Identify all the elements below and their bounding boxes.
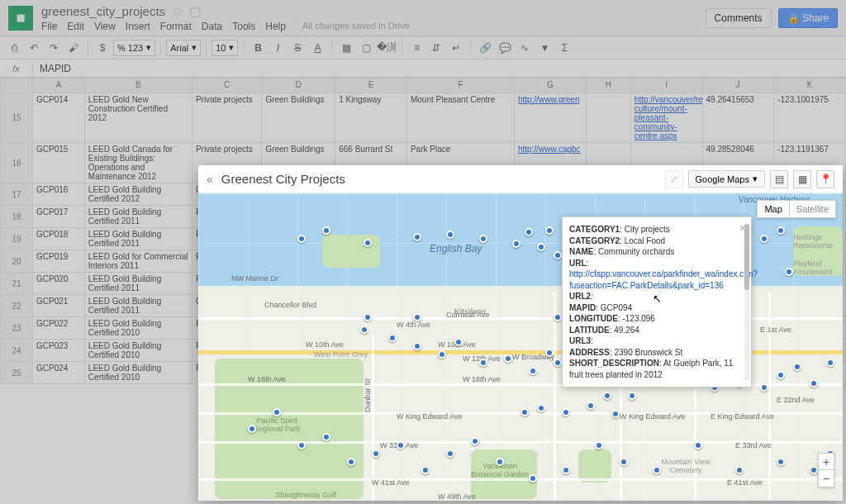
- number-format-select[interactable]: % 123 ▾: [113, 40, 155, 56]
- map-pin[interactable]: [297, 441, 306, 449]
- map-pin[interactable]: [446, 231, 454, 239]
- paint-icon[interactable]: 🖌: [64, 39, 83, 57]
- map-pin[interactable]: [826, 359, 834, 367]
- column-header[interactable]: B: [84, 78, 192, 93]
- link-icon[interactable]: 🔗: [476, 39, 494, 57]
- bold-icon[interactable]: B: [249, 39, 267, 57]
- menu-help[interactable]: Help: [265, 21, 286, 32]
- map-pin[interactable]: [777, 226, 785, 235]
- cell[interactable]: 1 Kingsway: [335, 93, 407, 143]
- map-pin[interactable]: [529, 474, 537, 483]
- cell[interactable]: GCP014: [33, 93, 85, 143]
- italic-icon[interactable]: I: [269, 39, 287, 57]
- row-header[interactable]: 17: [1, 183, 33, 206]
- map-pin[interactable]: [611, 410, 620, 418]
- filter-icon[interactable]: ▼: [535, 39, 554, 57]
- map-pin[interactable]: [504, 354, 512, 363]
- map-pin[interactable]: [479, 359, 487, 367]
- chart-icon[interactable]: ∿: [516, 39, 534, 57]
- menu-file[interactable]: File: [41, 21, 57, 32]
- scrollbar-thumb[interactable]: [744, 224, 749, 290]
- cell[interactable]: GCP019: [33, 250, 85, 273]
- map-pin[interactable]: [525, 228, 533, 236]
- fill-color-icon[interactable]: ▦: [337, 39, 355, 57]
- cell[interactable]: -123.1001975: [774, 93, 846, 143]
- map-pin[interactable]: [545, 349, 554, 357]
- map-pin[interactable]: [388, 334, 397, 342]
- map-pin[interactable]: [760, 235, 768, 243]
- cell[interactable]: LEED Gold Canada for Existing Buildings:…: [84, 143, 192, 183]
- map-pin[interactable]: [421, 466, 430, 474]
- map-pin[interactable]: [810, 466, 818, 474]
- grid-view-icon[interactable]: ▤: [770, 170, 788, 188]
- row-header[interactable]: 21: [1, 273, 33, 295]
- map-pin[interactable]: [529, 367, 537, 375]
- comments-button[interactable]: Comments: [706, 8, 772, 28]
- row-header[interactable]: 16: [1, 143, 33, 183]
- map-pin[interactable]: [777, 371, 785, 379]
- column-header[interactable]: F: [406, 78, 514, 93]
- column-header[interactable]: I: [630, 78, 702, 93]
- font-size-select[interactable]: 10 ▾: [212, 40, 238, 56]
- map-pin[interactable]: [694, 441, 702, 449]
- cell[interactable]: GCP016: [33, 183, 85, 206]
- map-pin[interactable]: [496, 458, 504, 466]
- column-header[interactable]: D: [262, 78, 335, 93]
- cell[interactable]: Green Buildings: [262, 93, 335, 143]
- map-pin[interactable]: [520, 408, 529, 416]
- card-view-icon[interactable]: ▦: [793, 170, 811, 188]
- cell[interactable]: [586, 93, 630, 143]
- row-header[interactable]: 19: [1, 228, 33, 250]
- column-header[interactable]: E: [335, 78, 407, 93]
- functions-icon[interactable]: Σ: [555, 39, 573, 57]
- cell[interactable]: LEED Gold Building Certified 2011: [84, 295, 192, 317]
- column-header[interactable]: H: [586, 78, 630, 93]
- map-pin[interactable]: [554, 313, 562, 321]
- map-pin[interactable]: [735, 466, 744, 474]
- wrap-icon[interactable]: ↵: [447, 39, 465, 57]
- column-header[interactable]: J: [702, 78, 774, 93]
- menu-data[interactable]: Data: [202, 21, 222, 32]
- cell[interactable]: LEED Gold New Construction Certified 201…: [84, 93, 192, 143]
- map-pin[interactable]: [360, 326, 368, 334]
- cell[interactable]: GCP018: [33, 228, 85, 250]
- map-pin[interactable]: [793, 363, 801, 371]
- maptype-map[interactable]: Map: [758, 201, 789, 217]
- cell[interactable]: LEED Gold for Commercial Interiors 2011: [84, 250, 192, 273]
- collapse-chevron-icon[interactable]: «: [207, 173, 213, 186]
- map-pin[interactable]: [397, 441, 405, 449]
- undo-icon[interactable]: ↶: [25, 39, 43, 57]
- map-pin[interactable]: [446, 449, 454, 458]
- row-header[interactable]: 23: [1, 317, 33, 340]
- map-pin[interactable]: [322, 226, 330, 235]
- column-header[interactable]: K: [774, 78, 846, 93]
- map-pin[interactable]: [322, 433, 330, 441]
- cell[interactable]: LEED Gold Building Certified 2011: [84, 273, 192, 295]
- map-pin[interactable]: [628, 392, 636, 400]
- cell[interactable]: LEED Gold Building Certified 2010: [84, 317, 192, 340]
- pin-view-icon[interactable]: 📍: [816, 170, 834, 188]
- row-header[interactable]: 20: [1, 250, 33, 273]
- map-pin[interactable]: [595, 441, 603, 449]
- valign-icon[interactable]: ⇵: [427, 39, 445, 57]
- row-header[interactable]: 25: [1, 362, 33, 384]
- column-header[interactable]: A: [33, 78, 85, 93]
- map-pin[interactable]: [620, 458, 628, 466]
- redo-icon[interactable]: ↷: [45, 39, 63, 57]
- map-pin[interactable]: [297, 235, 306, 243]
- cell[interactable]: Mount Pleasant Centre: [406, 93, 514, 143]
- merge-icon[interactable]: �汌: [377, 39, 397, 57]
- cell[interactable]: GCP017: [33, 206, 85, 228]
- map-pin[interactable]: [273, 408, 281, 416]
- cell[interactable]: GCP015: [33, 143, 85, 183]
- currency-icon[interactable]: $: [93, 39, 112, 57]
- map-pin[interactable]: [413, 342, 421, 350]
- map-pin[interactable]: [653, 466, 661, 474]
- basemap-select[interactable]: Google Maps ▾: [688, 170, 765, 188]
- menu-tools[interactable]: Tools: [232, 21, 255, 32]
- menu-view[interactable]: View: [94, 21, 116, 32]
- column-header[interactable]: G: [514, 78, 586, 93]
- map-pin[interactable]: [471, 437, 479, 445]
- info-link[interactable]: http://cfapp.vancouver.ca/parkfinder_wa/…: [569, 269, 758, 290]
- folder-icon[interactable]: ▢: [189, 4, 201, 19]
